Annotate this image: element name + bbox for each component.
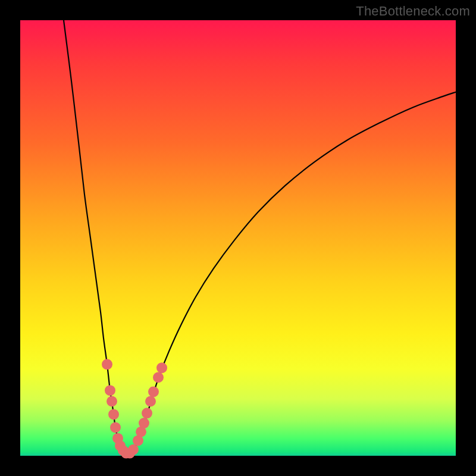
data-marker <box>145 396 156 407</box>
data-marker <box>139 418 149 428</box>
data-marker <box>105 385 115 396</box>
chart-svg <box>20 20 456 456</box>
data-markers <box>102 359 167 458</box>
data-marker <box>142 408 152 418</box>
outer-frame: TheBottleneck.com <box>0 0 476 476</box>
data-marker <box>110 422 121 433</box>
data-marker <box>153 372 164 383</box>
bottleneck-curve <box>64 20 456 453</box>
data-marker <box>107 396 117 407</box>
data-marker <box>156 362 167 373</box>
data-marker <box>148 386 159 397</box>
watermark-text: TheBottleneck.com <box>356 4 470 19</box>
data-marker <box>102 359 112 369</box>
plot-area <box>20 20 456 456</box>
data-marker <box>108 409 119 419</box>
data-marker <box>128 444 139 455</box>
